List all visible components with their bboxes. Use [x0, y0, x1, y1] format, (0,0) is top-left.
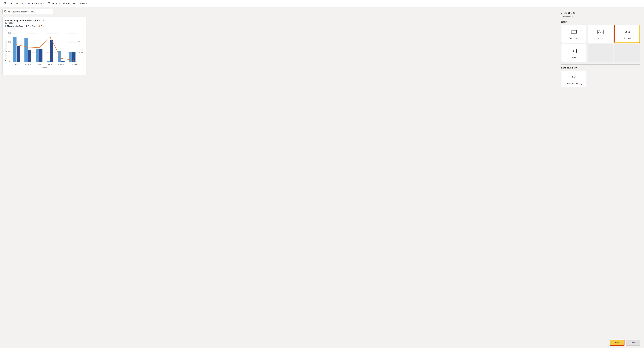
textbox-label: Text box — [624, 37, 631, 39]
image-icon — [597, 29, 604, 35]
svg-rect-31 — [50, 40, 54, 62]
svg-text:30K: 30K — [8, 32, 11, 34]
svg-marker-59 — [573, 50, 575, 52]
qa-bar[interactable]: Ask a question about your data — [2, 9, 54, 15]
svg-text:Product: Product — [41, 67, 47, 69]
svg-text:10K: 10K — [8, 51, 11, 53]
web-content-icon — [571, 29, 577, 35]
tile-web-content[interactable]: Web content — [561, 25, 587, 43]
toolbar-more[interactable]: ... — [89, 2, 94, 6]
textbox-icon: A A — [624, 29, 630, 35]
realtime-section-label: REAL-TIME DATA — [561, 67, 640, 69]
edit-chevron: ▾ — [86, 3, 87, 4]
edit-label: Edit — [82, 3, 86, 5]
svg-rect-61 — [576, 51, 577, 52]
file-icon — [4, 2, 6, 5]
side-panel-footer: Next Cancel — [557, 337, 644, 348]
svg-rect-9 — [42, 20, 44, 21]
side-panel-content: MEDIA Web content — [557, 20, 644, 337]
file-chevron: ▾ — [11, 3, 12, 4]
media-tile-row2: Video — [561, 44, 640, 62]
web-content-label: Web content — [568, 37, 580, 39]
svg-text:Montana: Montana — [58, 64, 64, 65]
chart-svg: 30K 20K 10K 0K Manufacturing Price and S… — [5, 28, 83, 72]
svg-rect-0 — [4, 3, 6, 4]
svg-text:A: A — [625, 30, 628, 34]
toolbar-file[interactable]: File ▾ — [2, 1, 14, 6]
svg-rect-28 — [36, 50, 39, 62]
chart-focus-icon[interactable] — [42, 20, 44, 22]
svg-text:Paseo: Paseo — [48, 64, 52, 65]
toolbar-share[interactable]: Share — [14, 1, 26, 6]
streaming-icon — [571, 74, 577, 81]
file-label: File — [7, 3, 10, 5]
media-section-label: MEDIA — [561, 21, 640, 23]
side-panel-header: Add a tile Select source — [557, 7, 644, 20]
legend-dot-manufacturing — [5, 25, 6, 27]
tile-custom-streaming[interactable]: Custom Streaming — [561, 71, 587, 87]
svg-text:Profit: Profit — [81, 49, 83, 53]
dashboard-panel: Ask a question about your data Manufactu… — [0, 7, 557, 348]
legend-sale: Sale Price — [26, 25, 36, 27]
chart-legend: Manufacturing Price Sale Price Profit — [5, 25, 84, 27]
more-label: ... — [91, 3, 92, 5]
svg-rect-34 — [69, 52, 72, 62]
tile-video[interactable]: Video — [561, 44, 587, 62]
svg-text:Manufacturing Price and Sale: Manufacturing Price and Sale — [5, 41, 7, 61]
toolbar-chat-in-teams[interactable]: Chat in Teams — [26, 1, 46, 6]
tile-text-box[interactable]: A A Text box — [614, 25, 640, 43]
comment-label: Comment — [50, 3, 60, 5]
cancel-button[interactable]: Cancel — [626, 339, 640, 345]
comment-icon — [48, 2, 50, 5]
legend-profit: Profit — [38, 25, 45, 27]
legend-manufacturing: Manufacturing Price — [5, 25, 23, 27]
legend-label-manufacturing: Manufacturing Price — [7, 25, 23, 27]
svg-text:20K: 20K — [8, 41, 11, 43]
svg-text:A: A — [628, 30, 630, 33]
chart-container: 30K 20K 10K 0K Manufacturing Price and S… — [5, 28, 84, 73]
realtime-grid: Custom Streaming — [561, 71, 640, 87]
next-button[interactable]: Next — [610, 339, 624, 345]
toolbar-subscribe[interactable]: Subscribe — [62, 1, 77, 6]
teams-icon — [28, 2, 30, 5]
svg-text:Amarilla: Amarilla — [25, 64, 31, 65]
toolbar-edit[interactable]: Edit ▾ — [78, 2, 89, 6]
share-label: Share — [18, 3, 24, 5]
svg-rect-50 — [572, 30, 576, 33]
svg-text:2M: 2M — [78, 52, 80, 54]
svg-rect-1 — [28, 3, 29, 4]
svg-rect-27 — [28, 50, 31, 62]
streaming-label: Custom Streaming — [566, 82, 582, 85]
svg-rect-26 — [24, 38, 28, 62]
svg-text:4M: 4M — [78, 41, 80, 42]
svg-rect-25 — [17, 47, 20, 62]
legend-dot-sale — [26, 25, 27, 27]
svg-rect-5 — [4, 11, 6, 12]
image-label: Image — [598, 37, 603, 39]
svg-text:VTT: VTT — [15, 64, 18, 65]
main-layout: Ask a question about your data Manufactu… — [0, 7, 644, 348]
chart-subtitle: BY PRODUCT — [5, 22, 84, 24]
media-tile-grid: Web content Image — [561, 25, 640, 43]
side-panel: Add a tile Select source MEDIA — [557, 7, 644, 348]
svg-rect-29 — [39, 50, 42, 62]
subscribe-icon — [63, 2, 66, 5]
chart-title: Manufacturing Price, Sale Price, Profit — [5, 19, 40, 22]
side-panel-title: Add a tile — [561, 11, 640, 15]
svg-rect-30 — [47, 61, 50, 62]
svg-point-62 — [574, 77, 575, 78]
qa-icon — [4, 10, 6, 13]
video-label: Video — [572, 56, 576, 59]
toolbar-comment[interactable]: Comment — [46, 1, 61, 6]
share-icon — [16, 2, 18, 5]
legend-label-profit: Profit — [41, 25, 45, 27]
qa-placeholder: Ask a question about your data — [8, 11, 34, 13]
svg-rect-33 — [61, 62, 64, 62]
svg-rect-3 — [48, 3, 50, 4]
side-panel-subtitle: Select source — [561, 15, 640, 18]
svg-rect-54 — [598, 30, 604, 34]
svg-rect-60 — [576, 50, 577, 51]
tile-image[interactable]: Image — [588, 25, 613, 43]
svg-text:Velo: Velo — [38, 64, 41, 65]
legend-dot-profit — [38, 25, 40, 27]
